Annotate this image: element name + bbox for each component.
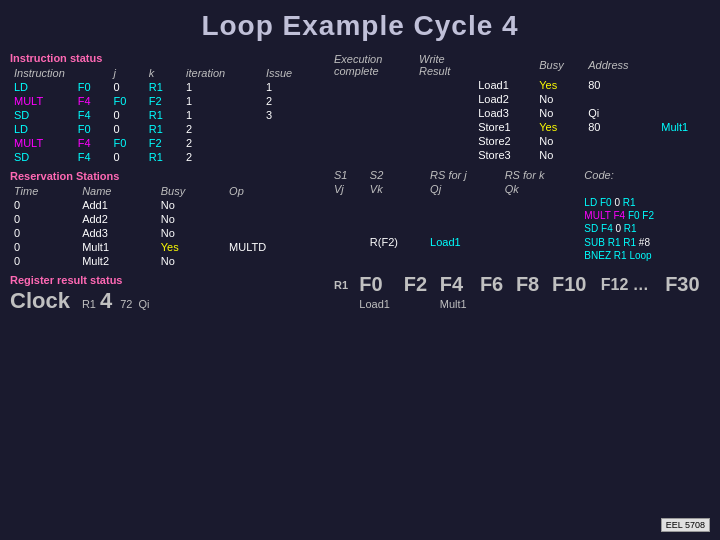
- reg-f2-val: [400, 297, 436, 311]
- table-row: 0 Add1 No: [10, 198, 320, 212]
- clock-row: Clock R1 4 72 Qi: [10, 288, 320, 314]
- instruction-status-title: Instruction status: [10, 52, 320, 64]
- reg-f8: F8: [512, 272, 548, 297]
- code-val: SUB R1 R1 #8: [580, 235, 710, 249]
- qj-header: Qj: [426, 182, 501, 196]
- j-val: 0: [109, 122, 144, 136]
- fu-busy: No: [535, 92, 584, 106]
- fu-name: Store3: [474, 148, 535, 162]
- j-val: 0: [109, 150, 144, 164]
- exec-val2: [373, 134, 416, 148]
- k-val: R1: [145, 122, 182, 136]
- write-val: [415, 106, 474, 120]
- reg-f10: F10: [548, 272, 597, 297]
- rs-busy: No: [157, 198, 225, 212]
- rs-op: [225, 254, 320, 268]
- table-row: 0 Add3 No: [10, 226, 320, 240]
- rs-time: 0: [10, 226, 78, 240]
- reg-f6-val: [476, 297, 512, 311]
- register-table: R1 F0 F2 F4 F6 F8 F10 F12 … F30 Load1: [330, 272, 710, 311]
- vk-val: [366, 222, 426, 235]
- exec-complete-header: Executioncomplete: [330, 52, 415, 78]
- instr-col-header: Instruction: [10, 66, 109, 80]
- fu-busy: No: [535, 106, 584, 120]
- exec-val2: [373, 106, 416, 120]
- k-val: R1: [145, 80, 182, 94]
- fu-busy: No: [535, 134, 584, 148]
- exec-header-row1: Executioncomplete WriteResult Busy Addre…: [330, 52, 710, 78]
- exec-val: [330, 148, 373, 162]
- fu-address-header: Address: [584, 52, 657, 78]
- rs-extra-table: S1 S2 RS for j RS for k Code: Vj Vk Qj Q…: [330, 168, 710, 262]
- qk-val: [501, 209, 581, 222]
- table-row: Store2 No: [330, 134, 710, 148]
- table-row: MULT F4 F0 F2 2: [10, 136, 320, 150]
- iter-val: 2: [182, 150, 262, 164]
- vk-val: R(F2): [366, 235, 426, 249]
- reg-f2: F2: [400, 272, 436, 297]
- instr-f4: F4: [74, 94, 110, 108]
- fu-busy: Yes: [535, 120, 584, 134]
- instr-sd: SD: [10, 108, 74, 122]
- k-val: R1: [145, 108, 182, 122]
- qk-val: [501, 222, 581, 235]
- rs-busy: No: [157, 254, 225, 268]
- code-val: SD F4 0 R1: [580, 222, 710, 235]
- s1-header: S1: [330, 168, 366, 182]
- instr-sd2: SD: [10, 150, 74, 164]
- k-val: F2: [145, 136, 182, 150]
- reg-r1: R1: [330, 272, 355, 297]
- exec-val2: [373, 78, 416, 92]
- rs-time: 0: [10, 212, 78, 226]
- fu-addr: [584, 148, 657, 162]
- instr-f0: F0: [74, 80, 110, 94]
- k-col-header: k: [145, 66, 182, 80]
- write-val: [415, 148, 474, 162]
- k-val: R1: [145, 150, 182, 164]
- qj-val: Load1: [426, 235, 501, 249]
- qj-val: [426, 196, 501, 209]
- table-row: LD F0 0 R1 1 1: [10, 80, 320, 94]
- register-header-row: R1 F0 F2 F4 F6 F8 F10 F12 … F30: [330, 272, 710, 297]
- table-row: MULT F4 F0 F2: [330, 209, 710, 222]
- code-val: BNEZ R1 Loop: [580, 249, 710, 262]
- table-row: 0 Mult1 Yes MULTD: [10, 240, 320, 254]
- issue-val: [262, 150, 320, 164]
- reservation-stations-title: Reservation Stations: [10, 170, 320, 182]
- rs-header-row: Time Name Busy Op: [10, 184, 320, 198]
- instr-mult2: MULT: [10, 136, 74, 150]
- fu-addr: Qi: [584, 106, 657, 120]
- reg-f10-val: [548, 297, 597, 311]
- vk-val: [366, 196, 426, 209]
- rs-busy: No: [157, 212, 225, 226]
- issue-val: 2: [262, 94, 320, 108]
- clock-value: 4: [100, 288, 112, 314]
- table-row: Store3 No: [330, 148, 710, 162]
- code-sub: [580, 182, 710, 196]
- iter-val: 1: [182, 108, 262, 122]
- register-value-row: Load1 Mult1: [330, 297, 710, 311]
- table-row: 0 Add2 No: [10, 212, 320, 226]
- j-col-header: j: [109, 66, 144, 80]
- fu-name: Load3: [474, 106, 535, 120]
- qj-val: [426, 222, 501, 235]
- register-table-area: R1 F0 F2 F4 F6 F8 F10 F12 … F30 Load1: [330, 272, 710, 311]
- instr-f0b: F0: [74, 122, 110, 136]
- reg-f30-val: [661, 297, 710, 311]
- iter-val: 2: [182, 136, 262, 150]
- vj-val: [330, 209, 366, 222]
- iter-val: 1: [182, 80, 262, 94]
- vj-val: [330, 196, 366, 209]
- fu-addr: [584, 92, 657, 106]
- instr-f4d: F4: [74, 150, 110, 164]
- op-header: Op: [225, 184, 320, 198]
- exec-val: [330, 106, 373, 120]
- issue-val: 3: [262, 108, 320, 122]
- table-row: Load1 Yes 80: [330, 78, 710, 92]
- table-row: SD F4 0 R1 1 3: [10, 108, 320, 122]
- j-val: F0: [109, 94, 144, 108]
- vk-val: [366, 249, 426, 262]
- register-result-status-title: Register result status: [10, 274, 320, 286]
- table-row: Load2 No: [330, 92, 710, 106]
- reg-f12: F12 …: [597, 272, 661, 297]
